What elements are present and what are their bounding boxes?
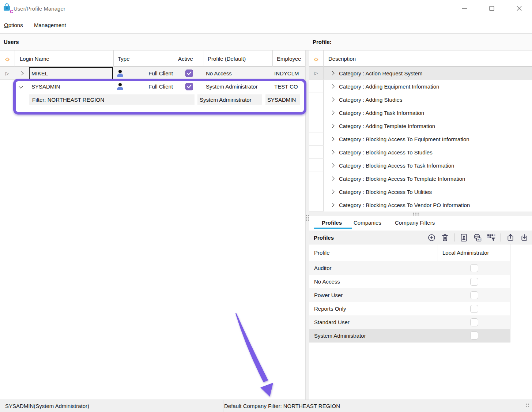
- table-row[interactable]: ▷ MIKEL Full Client No Access INDYCLM: [0, 67, 305, 80]
- expand-chevron-icon[interactable]: [20, 67, 23, 80]
- list-item[interactable]: ▷ Category : Action Request System: [309, 67, 532, 80]
- profile-name-cell[interactable]: System Administrator: [309, 329, 438, 342]
- local-admin-checkbox[interactable]: [470, 305, 478, 313]
- tab-profiles[interactable]: Profiles: [322, 216, 342, 229]
- resize-grip-icon[interactable]: [526, 404, 527, 405]
- list-item[interactable]: ▷ Category : Adding Task Information: [309, 106, 532, 119]
- row-selector-marker: ▷: [0, 67, 15, 80]
- table-row[interactable]: System Administrator: [309, 329, 510, 342]
- employee-cell[interactable]: INDYCLM: [274, 67, 299, 80]
- category-label: Category : Blocking Access To Studies: [339, 149, 433, 156]
- collapse-chevron-icon[interactable]: [19, 80, 22, 93]
- profile-name-cell[interactable]: No Access: [309, 275, 438, 288]
- profiles-table-header: Profile Local Administrator: [309, 244, 510, 261]
- expand-chevron-icon[interactable]: [330, 124, 334, 128]
- list-item[interactable]: ▷ Category : Blocking Access To Task Inf…: [309, 159, 532, 172]
- profile-default-cell[interactable]: No Access: [206, 67, 232, 80]
- profile-name-cell[interactable]: Auditor: [309, 261, 438, 275]
- maximize-button[interactable]: [483, 0, 500, 17]
- login-name-cell[interactable]: MIKEL: [31, 67, 48, 80]
- table-row[interactable]: Standard User: [309, 315, 510, 329]
- menu-options[interactable]: Options: [4, 17, 23, 33]
- list-item[interactable]: ▷ Category : Adding Equipment Informatio…: [309, 80, 532, 93]
- menu-management[interactable]: Management: [34, 17, 66, 33]
- minimize-button[interactable]: [456, 0, 473, 17]
- detail-profile-cell[interactable]: System Administrator: [197, 94, 262, 105]
- description-header: ☼ Description: [309, 50, 532, 67]
- list-item[interactable]: ▷ Category : Blocking Access To Equipmen…: [309, 132, 532, 146]
- expand-chevron-icon[interactable]: [330, 97, 334, 101]
- column-header-local-administrator[interactable]: Local Administrator: [438, 244, 510, 261]
- column-header-description[interactable]: Description: [328, 50, 356, 67]
- expand-chevron-icon[interactable]: [330, 137, 334, 141]
- category-label: Category : Action Request System: [339, 70, 422, 76]
- grid-filter-icon[interactable]: [487, 233, 495, 242]
- table-row[interactable]: No Access: [309, 275, 510, 288]
- local-admin-checkbox[interactable]: [470, 332, 478, 340]
- table-row[interactable]: SYSADMIN Full Client System Administrato…: [0, 80, 305, 93]
- expand-chevron-icon[interactable]: [330, 84, 334, 88]
- horizontal-splitter[interactable]: [309, 211, 532, 216]
- column-header-profile-default[interactable]: Profile (Default): [208, 50, 246, 67]
- row-selector-marker: ▷: [309, 119, 324, 132]
- expand-chevron-icon[interactable]: [330, 176, 334, 180]
- table-row[interactable]: Auditor: [309, 261, 510, 275]
- login-name-cell[interactable]: SYSADMIN: [31, 80, 60, 93]
- tab-company-filters[interactable]: Company Filters: [395, 216, 435, 229]
- local-admin-checkbox[interactable]: [470, 264, 478, 272]
- vertical-splitter-grip-icon[interactable]: [306, 215, 307, 216]
- expand-chevron-icon[interactable]: [330, 111, 334, 115]
- type-cell[interactable]: Full Client: [113, 80, 173, 93]
- column-header-type[interactable]: Type: [118, 50, 130, 67]
- list-item[interactable]: ▷ Category : Blocking Access To Vendor P…: [309, 198, 532, 211]
- profile-default-cell[interactable]: System Administrator: [206, 80, 258, 93]
- type-cell[interactable]: Full Client: [113, 67, 173, 80]
- expand-chevron-icon[interactable]: [330, 203, 334, 207]
- column-header-active[interactable]: Active: [178, 50, 193, 67]
- detail-login-cell[interactable]: SYSADMIN: [265, 94, 300, 105]
- column-header-login-name[interactable]: Login Name: [20, 50, 49, 67]
- profile-name-cell[interactable]: Standard User: [309, 315, 438, 329]
- horizontal-splitter-grip-icon[interactable]: [413, 213, 414, 214]
- contact-card-icon[interactable]: [460, 233, 468, 242]
- active-checkbox[interactable]: [185, 67, 193, 80]
- company-filter-cell[interactable]: Filter: NORTHEAST REGION: [29, 94, 195, 105]
- bottom-tab-strip: Profiles Companies Company Filters: [309, 216, 532, 231]
- row-selector-marker: ▷: [309, 80, 324, 93]
- column-header-profile[interactable]: Profile: [309, 244, 438, 261]
- column-header-employee[interactable]: Employee: [277, 50, 301, 67]
- table-row[interactable]: Reports Only: [309, 302, 510, 315]
- active-checkbox[interactable]: [185, 80, 193, 93]
- profile-name-cell[interactable]: Reports Only: [309, 302, 438, 315]
- employee-cell[interactable]: TEST CO: [274, 80, 298, 93]
- tab-companies[interactable]: Companies: [354, 216, 381, 229]
- expand-chevron-icon[interactable]: [330, 163, 334, 167]
- users-grid: ☼ Login Name Type Active Profile (Defaul…: [0, 50, 305, 400]
- grid-options-icon[interactable]: ☼: [0, 50, 15, 67]
- profile-name-cell[interactable]: Power User: [309, 288, 438, 302]
- local-admin-checkbox[interactable]: [470, 278, 478, 286]
- table-row[interactable]: Power User: [309, 288, 510, 302]
- status-divider: [139, 400, 139, 412]
- local-admin-checkbox[interactable]: [470, 291, 478, 299]
- import-icon[interactable]: [520, 233, 529, 242]
- row-selector-marker: ▷: [309, 106, 324, 119]
- export-icon[interactable]: [506, 233, 515, 242]
- vertical-splitter[interactable]: [305, 50, 309, 400]
- list-item[interactable]: ▷ Category : Blocking Access To Template…: [309, 172, 532, 185]
- delete-profile-icon[interactable]: [441, 233, 449, 242]
- list-item[interactable]: ▷ Category : Blocking Access To Studies: [309, 146, 532, 159]
- add-profile-icon[interactable]: [427, 233, 436, 242]
- category-label: Category : Adding Equipment Information: [339, 83, 439, 90]
- list-item[interactable]: ▷ Category : Adding Template Information: [309, 119, 532, 132]
- list-item[interactable]: ▷ Category : Adding Studies: [309, 93, 532, 106]
- globe-rename-icon[interactable]: ab: [473, 233, 482, 242]
- expand-chevron-icon[interactable]: [330, 190, 334, 194]
- local-admin-checkbox[interactable]: [470, 318, 478, 326]
- list-item[interactable]: ▷ Category : Blocking Access To Utilitie…: [309, 185, 532, 198]
- grid-options-icon[interactable]: ☼: [309, 50, 324, 67]
- title-bar: c User/Profile Manager: [0, 0, 532, 17]
- expand-chevron-icon[interactable]: [330, 150, 334, 154]
- expand-chevron-icon[interactable]: [330, 71, 334, 75]
- close-button[interactable]: [511, 0, 528, 17]
